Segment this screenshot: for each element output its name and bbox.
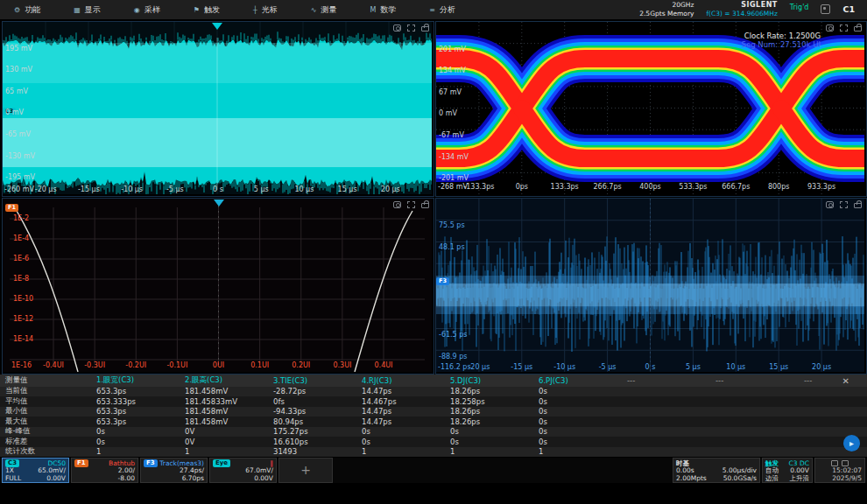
active-channel-label[interactable]: C1	[842, 4, 855, 14]
channel-box-line3: 0.00V	[213, 474, 273, 482]
brand-frequency: SIGLENT f(C3) = 314.9606MHz	[706, 1, 777, 19]
bathtub-curve-plot[interactable]: F1 1E-21E-41E-61E-81E-101E-121E-14-0.4UI…	[2, 198, 434, 374]
expand-icon[interactable]	[840, 24, 848, 32]
channel-offset: 0.00V	[46, 475, 66, 482]
meas-col-header-5[interactable]: 5.DJ(C3)	[447, 376, 535, 385]
menu-item-label: 采样	[144, 4, 160, 16]
x-axis-label: -133.3ps	[463, 184, 494, 191]
lock-icon[interactable]	[421, 203, 429, 208]
channel-box-f1[interactable]: F1Bathtub2.00/-8.00	[71, 458, 138, 483]
meas-col-placeholder[interactable]: ---	[624, 376, 712, 385]
clock-panel[interactable]: 15:02:07 2025/9/5	[814, 458, 865, 483]
y-axis-label: 1E-10	[13, 296, 33, 303]
table-row: 最大值653.3ps181.458mV80.94ps14.47ps18.26ps…	[0, 416, 867, 427]
lock-icon[interactable]	[421, 26, 429, 32]
cell-value: 0s	[358, 427, 447, 436]
lock-icon[interactable]	[854, 203, 862, 208]
trigger-panel[interactable]: 触发C3 DC 自动0.00V 边沿上升沿	[762, 458, 813, 483]
y-axis-label: -88.9 ps	[439, 354, 468, 360]
menu-item-label: 触发	[204, 4, 220, 16]
x-axis-label: 20 μs	[812, 364, 831, 371]
menu-item-5[interactable]: ┼光标	[253, 4, 278, 16]
tie-track-plot[interactable]: F3 75.5 ps48.1 ps-61.5 ps-88.9 ps-20 μs-…	[435, 198, 867, 374]
row-label: 最小值	[0, 406, 93, 416]
camera-icon[interactable]	[826, 201, 834, 208]
x-axis-label: -10 μs	[121, 186, 143, 193]
menu-item-icon: ◉	[134, 6, 140, 14]
menu-item-4[interactable]: ⚑触发	[194, 4, 220, 16]
channel-box-c3[interactable]: C3DC501X65.0mV/FULL0.00V	[2, 458, 69, 483]
table-row: 平均值653.333ps181.45833mV0fs14.467ps18.258…	[0, 396, 867, 407]
meas-col-placeholder[interactable]: ---	[712, 376, 800, 385]
cell-value: 1	[447, 447, 535, 456]
trace-f1-marker[interactable]: F1	[5, 204, 18, 212]
camera-icon[interactable]	[393, 24, 401, 32]
channel-badge[interactable]: F1	[74, 459, 88, 467]
meas-col-header-2[interactable]: 2.眼高(C3)	[181, 375, 270, 386]
x-axis-label: 0 s	[645, 364, 656, 371]
x-axis-label: 0.3UI	[333, 362, 351, 369]
channel-badge[interactable]: Eye	[213, 459, 230, 467]
channel-box-line3: -8.00	[74, 474, 135, 482]
y-axis-label: 0 mV	[5, 109, 24, 116]
menu-item-1[interactable]: ⚙功能	[14, 4, 40, 16]
x-axis-label: 266.7ps	[594, 184, 622, 191]
y-axis-label: 1E-2	[13, 215, 29, 222]
x-axis-label: -20 μs	[468, 364, 490, 371]
menu-item-6[interactable]: ∿测量	[311, 4, 337, 16]
channel-badge[interactable]: F3	[144, 459, 158, 467]
y-axis-label: 1E-4	[13, 235, 29, 242]
camera-icon[interactable]	[826, 24, 834, 32]
meas-col-header-4[interactable]: 4.RJ(C3)	[358, 376, 447, 385]
meas-col-placeholder[interactable]: ---	[800, 376, 867, 385]
x-axis-label: 15 μs	[769, 364, 788, 371]
eye-diagram-plot[interactable]: Clock Rate: 1.2500G Seg Num: 27.510k UI …	[435, 21, 867, 197]
expand-icon[interactable]	[407, 201, 415, 208]
expand-icon[interactable]	[840, 201, 848, 208]
trace-f3-marker[interactable]: F3	[436, 277, 449, 285]
expand-icon[interactable]	[407, 24, 415, 32]
x-axis-label: -5 μs	[599, 364, 617, 371]
menu-item-8[interactable]: ≡分析	[429, 4, 455, 16]
meas-col-header-3[interactable]: 3.TIE(C3)	[270, 376, 358, 385]
add-channel-button[interactable]: +	[278, 458, 333, 483]
x-axis-label: -0.3UI	[84, 362, 105, 369]
menu-item-7[interactable]: M数学	[370, 4, 396, 16]
measurement-header-label: 测量值	[0, 375, 93, 386]
menu-item-2[interactable]: ▦显示	[74, 4, 101, 16]
lock-icon[interactable]	[854, 26, 862, 32]
panel-expand-button[interactable]: ▸	[843, 435, 860, 452]
y-axis-label: 1E-14	[13, 336, 33, 343]
menu-item-3[interactable]: ◉采样	[134, 4, 160, 16]
channel-box-eye[interactable]: Eye‖67.0mV/0.00V	[209, 458, 277, 483]
row-label: 当前值	[0, 386, 93, 396]
row-label: 最大值	[0, 416, 93, 427]
timebase-panel[interactable]: 时基 0.00s5.00μs/div 2.00Mpts50.0GSa/s	[673, 458, 760, 483]
x-axis-label: 933.3ps	[807, 184, 835, 191]
network-icon	[842, 460, 849, 466]
x-axis-label: -5 μs	[166, 186, 184, 193]
hardcopy-icon[interactable]	[821, 4, 830, 14]
cell-value: 0fs	[270, 397, 358, 406]
y-axis-label: -65 mV	[5, 131, 31, 138]
meas-col-header-6[interactable]: 6.PJ(C3)	[535, 376, 624, 385]
plot-icons	[393, 201, 429, 208]
meas-col-header-1[interactable]: 1.眼宽(C3)	[93, 375, 181, 386]
waveform-plot[interactable]: C3 195 mV130 mV65 mV0 mV-65 mV-130 mV-19…	[2, 21, 434, 197]
close-icon[interactable]: ✕	[842, 376, 849, 386]
channel-scale: 2.00/	[118, 467, 135, 474]
row-label: 统计次数	[0, 446, 93, 457]
cell-value: 14.467ps	[358, 397, 447, 406]
menu-bar: ⚙功能▦显示◉采样⚑触发┼光标∿测量M数学≡分析 20GHz 2.5Gpts M…	[0, 0, 867, 19]
camera-icon[interactable]	[393, 201, 401, 208]
menu-item-icon: ∿	[311, 6, 317, 14]
x-axis-label: 15 μs	[338, 186, 357, 193]
menu-item-icon: M	[370, 6, 376, 14]
channel-box-line3: 6.70ps	[144, 474, 204, 482]
channel-info: ‖	[270, 460, 273, 467]
cell-value: 18.26ps	[447, 417, 535, 426]
seg-num-label: Seg Num: 27.510k UI	[742, 40, 821, 49]
y-axis-label: 195 mV	[5, 46, 32, 52]
channel-box-f3[interactable]: F3Track(meas3)27.4ps/6.70ps	[140, 458, 208, 483]
menu-item-icon: ≡	[429, 6, 435, 14]
